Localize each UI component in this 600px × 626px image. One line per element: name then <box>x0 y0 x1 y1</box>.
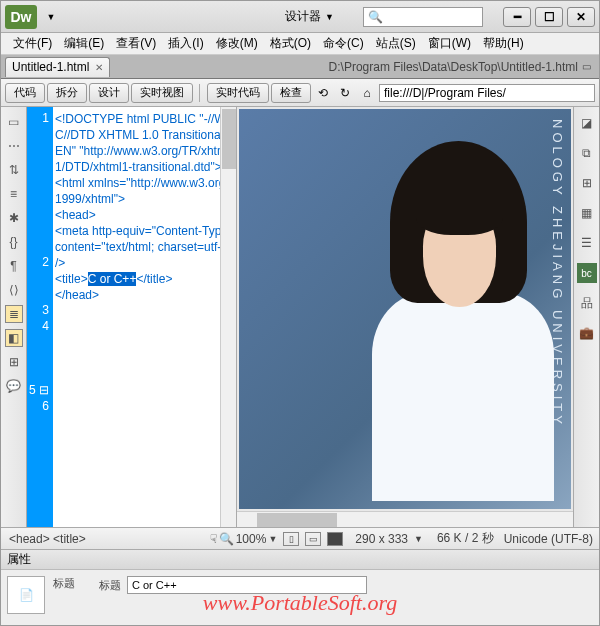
code-editor[interactable]: 1 2 3 4 5 ⊟ 6 <!DOCTYPE html PUBLIC "-//… <box>27 107 237 527</box>
hand-icon[interactable]: ☟ <box>210 532 217 546</box>
tool-icon[interactable]: ⇅ <box>5 161 23 179</box>
url-text: file:///D|/Program Files/ <box>384 86 506 100</box>
properties-panel: 📄 标题 标题 <box>1 569 599 625</box>
document-tab-bar: Untitled-1.html ✕ D:\Program Files\Data\… <box>1 55 599 79</box>
view-tablet-icon[interactable]: ▭ <box>305 532 321 546</box>
preview-pane: NOLOGY ZHEJIANG UNIVERSITY <box>237 107 573 527</box>
menu-command[interactable]: 命令(C) <box>317 33 370 54</box>
tool-icon[interactable]: ⋯ <box>5 137 23 155</box>
title-input[interactable] <box>127 576 367 594</box>
line-gutter: 1 2 3 4 5 ⊟ 6 <box>27 107 53 527</box>
panel-icon[interactable]: ◪ <box>577 113 597 133</box>
menu-edit[interactable]: 编辑(E) <box>58 33 110 54</box>
minimize-button[interactable]: ━ <box>503 7 531 27</box>
line-number: 1 <box>27 111 53 127</box>
tool-icon[interactable]: 💬 <box>5 377 23 395</box>
filesize-label: 66 K / 2 秒 <box>437 530 494 547</box>
horizontal-scrollbar[interactable] <box>237 511 573 527</box>
zoom-control[interactable]: ☟ 🔍 100% ▼ <box>210 532 278 546</box>
document-tab[interactable]: Untitled-1.html ✕ <box>5 57 110 77</box>
tool-icon[interactable]: ≣ <box>5 305 23 323</box>
menu-format[interactable]: 格式(O) <box>264 33 317 54</box>
magnify-icon[interactable]: 🔍 <box>219 532 234 546</box>
menu-modify[interactable]: 修改(M) <box>210 33 264 54</box>
nav-home-icon[interactable]: ⌂ <box>357 84 377 102</box>
path-toggle-icon[interactable]: ▭ <box>582 61 591 72</box>
maximize-button[interactable]: ☐ <box>535 7 563 27</box>
tag-selector[interactable]: <head> <title> <box>7 532 88 546</box>
props-tab-label: 标题 <box>53 576 75 591</box>
line-number: 4 <box>27 319 53 335</box>
menu-file[interactable]: 文件(F) <box>7 33 58 54</box>
view-split-button[interactable]: 拆分 <box>47 83 87 103</box>
tool-icon[interactable]: ✱ <box>5 209 23 227</box>
scroll-thumb[interactable] <box>257 513 337 527</box>
workspace-dropdown[interactable]: 设计器 ▼ <box>276 5 343 28</box>
document-toolbar: 代码 拆分 设计 实时视图 实时代码 检查 ⟲ ↻ ⌂ file:///D|/P… <box>1 79 599 107</box>
code-toolbar: ▭ ⋯ ⇅ ≡ ✱ {} ¶ ⟨⟩ ≣ ◧ ⊞ 💬 <box>1 107 27 527</box>
menu-bar: 文件(F) 编辑(E) 查看(V) 插入(I) 修改(M) 格式(O) 命令(C… <box>1 33 599 55</box>
panel-icon[interactable]: 💼 <box>577 323 597 343</box>
search-icon: 🔍 <box>368 10 383 24</box>
selected-text: C or C++ <box>88 272 137 286</box>
tab-close-icon[interactable]: ✕ <box>95 62 103 73</box>
tool-icon[interactable]: ▭ <box>5 113 23 131</box>
preview-image: NOLOGY ZHEJIANG UNIVERSITY <box>237 107 573 511</box>
view-live-button[interactable]: 实时视图 <box>131 83 193 103</box>
view-code-button[interactable]: 代码 <box>5 83 45 103</box>
workspace-label: 设计器 <box>285 8 321 25</box>
logo-dropdown-icon[interactable]: ▼ <box>41 7 61 27</box>
chevron-down-icon: ▼ <box>325 12 334 22</box>
panel-icon[interactable]: ▦ <box>577 203 597 223</box>
menu-site[interactable]: 站点(S) <box>370 33 422 54</box>
view-phone-icon[interactable]: ▯ <box>283 532 299 546</box>
menu-insert[interactable]: 插入(I) <box>162 33 209 54</box>
line-number: 2 <box>27 255 53 271</box>
chevron-down-icon: ▼ <box>268 534 277 544</box>
inspect-button[interactable]: 检查 <box>271 83 311 103</box>
url-field[interactable]: file:///D|/Program Files/ <box>379 84 595 102</box>
nav-refresh-icon[interactable]: ↻ <box>335 84 355 102</box>
code-text[interactable]: <!DOCTYPE html PUBLIC "-//W3C//DTD XHTML… <box>53 107 236 527</box>
live-code-button[interactable]: 实时代码 <box>207 83 269 103</box>
close-button[interactable]: ✕ <box>567 7 595 27</box>
menu-help[interactable]: 帮助(H) <box>477 33 530 54</box>
status-bar: <head> <title> ☟ 🔍 100% ▼ ▯ ▭ 290 x 333 … <box>1 527 599 549</box>
panel-icon[interactable]: ☰ <box>577 233 597 253</box>
encoding-label: Unicode (UTF-8) <box>504 532 593 546</box>
scroll-thumb[interactable] <box>222 109 236 169</box>
panel-icon[interactable]: 品 <box>577 293 597 313</box>
tab-label: Untitled-1.html <box>12 60 89 74</box>
props-field-label: 标题 <box>99 578 121 593</box>
props-category-icon[interactable]: 📄 <box>7 576 45 614</box>
tool-icon[interactable]: ⊞ <box>5 353 23 371</box>
main-area: ▭ ⋯ ⇅ ≡ ✱ {} ¶ ⟨⟩ ≣ ◧ ⊞ 💬 1 2 3 4 5 ⊟ 6 <box>1 107 599 527</box>
search-input[interactable]: 🔍 <box>363 7 483 27</box>
panel-dock: ◪ ⧉ ⊞ ▦ ☰ bc 品 💼 <box>573 107 599 527</box>
tool-icon[interactable]: ◧ <box>5 329 23 347</box>
panel-icon[interactable]: bc <box>577 263 597 283</box>
panel-icon[interactable]: ⊞ <box>577 173 597 193</box>
line-number: 3 <box>27 303 53 319</box>
line-number: 5 ⊟ <box>27 383 53 399</box>
panel-icon[interactable]: ⧉ <box>577 143 597 163</box>
tool-icon[interactable]: ¶ <box>5 257 23 275</box>
line-number: 6 <box>27 399 53 415</box>
menu-window[interactable]: 窗口(W) <box>422 33 477 54</box>
nav-back-icon[interactable]: ⟲ <box>313 84 333 102</box>
tool-icon[interactable]: {} <box>5 233 23 251</box>
tool-icon[interactable]: ⟨⟩ <box>5 281 23 299</box>
menu-view[interactable]: 查看(V) <box>110 33 162 54</box>
properties-header[interactable]: 属性 <box>1 549 599 569</box>
view-design-button[interactable]: 设计 <box>89 83 129 103</box>
vertical-scrollbar[interactable] <box>220 107 236 527</box>
dimensions-label: 290 x 333 <box>355 532 408 546</box>
tool-icon[interactable]: ≡ <box>5 185 23 203</box>
app-logo: Dw <box>5 5 37 29</box>
view-desktop-icon[interactable] <box>327 532 343 546</box>
document-path: D:\Program Files\Data\DeskTop\Untitled-1… <box>329 60 599 74</box>
title-bar: Dw ▼ 设计器 ▼ 🔍 ━ ☐ ✕ <box>1 1 599 33</box>
